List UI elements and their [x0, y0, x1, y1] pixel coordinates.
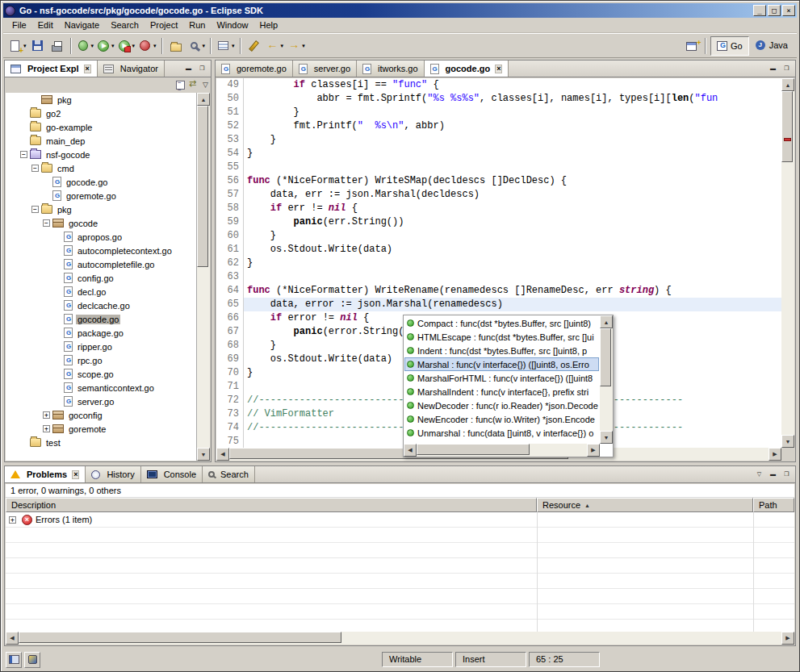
- run-button[interactable]: ▾: [95, 36, 116, 56]
- autocomplete-item-unmarshal[interactable]: Unmarshal : func(data []uint8, v interfa…: [404, 426, 599, 440]
- code-line-59[interactable]: panic(err.String()): [244, 215, 781, 229]
- scroll-left-icon[interactable]: ◀: [404, 444, 417, 457]
- perspective-go-button[interactable]: Go: [710, 36, 749, 56]
- forward-button[interactable]: ▾: [285, 36, 307, 56]
- code-line-52[interactable]: fmt.Printf(" %s\n", abbr): [244, 119, 781, 133]
- tree-item-main-dep[interactable]: main_dep: [6, 134, 196, 148]
- dropdown-arrow-icon[interactable]: ▾: [232, 43, 235, 49]
- tree-item-test[interactable]: test: [6, 436, 196, 449]
- code-line-53[interactable]: }: [244, 133, 781, 147]
- scroll-thumb[interactable]: [781, 91, 793, 162]
- column-header-resource[interactable]: Resource▲: [537, 498, 753, 512]
- view-menu-icon[interactable]: ▽: [753, 470, 765, 480]
- code-line-64[interactable]: func (*NiceFormatter) WriteRename(rename…: [244, 284, 781, 298]
- dropdown-arrow-icon[interactable]: ▾: [91, 43, 94, 49]
- menu-project[interactable]: Project: [145, 19, 183, 31]
- scroll-left-icon[interactable]: ◀: [6, 632, 19, 645]
- tree-item-pkg[interactable]: −pkg: [6, 202, 196, 216]
- column-header-description[interactable]: Description: [6, 498, 537, 512]
- tree-item-autocompletefile-go[interactable]: autocompletefile.go: [6, 257, 196, 271]
- autocomplete-item-indent[interactable]: Indent : func(dst *bytes.Buffer, src []u…: [404, 344, 599, 357]
- annotations-button[interactable]: ▾: [215, 36, 237, 56]
- explorer-tab-navigator[interactable]: Navigator: [98, 61, 165, 77]
- titlebar[interactable]: Go - nsf-gocode/src/pkg/gocode/gocode.go…: [3, 3, 797, 18]
- tree-item-pkg[interactable]: pkg: [6, 93, 196, 106]
- code-line-62[interactable]: }: [244, 257, 781, 270]
- explorer-tab-project-expl[interactable]: Project Expl×: [5, 61, 98, 77]
- collapse-expander-icon[interactable]: −: [31, 206, 39, 213]
- tree-item-declcache-go[interactable]: declcache.go: [6, 298, 196, 312]
- code-line-56[interactable]: func (*NiceFormatter) WriteSMap(decldesc…: [244, 174, 781, 188]
- editor-tab-goremote-go[interactable]: goremote.go: [216, 61, 293, 77]
- tree-item-cmd[interactable]: −cmd: [6, 161, 196, 175]
- tree-item-scope-go[interactable]: scope.go: [6, 367, 196, 381]
- tree-item-gocode[interactable]: −gocode: [6, 216, 196, 230]
- scroll-up-icon[interactable]: ▲: [600, 315, 613, 328]
- dropdown-arrow-icon[interactable]: ▾: [132, 43, 136, 49]
- expand-expander-icon[interactable]: +: [9, 516, 16, 524]
- tree-item-gocode-go[interactable]: gocode.go: [6, 175, 196, 189]
- close-tab-icon[interactable]: ×: [495, 65, 502, 73]
- code-line-57[interactable]: data, err := json.Marshal(decldescs): [244, 188, 781, 202]
- autocomplete-item-marshalforhtml[interactable]: MarshalForHTML : func(v interface{}) ([]…: [404, 371, 599, 385]
- back-button[interactable]: ▾: [264, 36, 286, 56]
- dropdown-arrow-icon[interactable]: ▾: [153, 43, 157, 49]
- scroll-left-icon[interactable]: ◀: [216, 448, 229, 461]
- tree-item-apropos-go[interactable]: apropos.go: [6, 230, 196, 244]
- minimize-button[interactable]: _: [753, 5, 766, 16]
- open-perspective-button[interactable]: [682, 36, 702, 56]
- problems-tab-search[interactable]: Search: [203, 466, 255, 482]
- tree-item-ripper-go[interactable]: ripper.go: [6, 340, 196, 353]
- collapse-all-button[interactable]: [175, 78, 186, 91]
- menu-file[interactable]: File: [6, 19, 32, 31]
- menu-help[interactable]: Help: [254, 19, 284, 31]
- minimize-view-icon[interactable]: ▬: [767, 64, 779, 74]
- scroll-up-icon[interactable]: ▲: [197, 93, 210, 106]
- new-button[interactable]: ▾: [6, 36, 28, 56]
- editor-vertical-scrollbar[interactable]: ▲ ▼: [781, 78, 794, 448]
- code-line-55[interactable]: [244, 161, 781, 174]
- autocomplete-item-marshalindent[interactable]: MarshalIndent : func(v interface{}, pref…: [404, 385, 599, 399]
- maximize-view-icon[interactable]: ❒: [781, 64, 793, 74]
- popup-horizontal-scrollbar[interactable]: ◀ ▶: [404, 444, 600, 457]
- print-button[interactable]: [48, 36, 67, 56]
- scroll-down-icon[interactable]: ▼: [600, 431, 613, 444]
- search-button[interactable]: ▾: [186, 36, 207, 56]
- tree-item-goconfig[interactable]: +goconfig: [6, 408, 196, 422]
- menu-navigate[interactable]: Navigate: [59, 19, 105, 31]
- code-line-49[interactable]: if classes[i] == "func" {: [244, 78, 781, 92]
- explorer-scrollbar[interactable]: ▲ ▼: [197, 93, 210, 461]
- profile-button[interactable]: ▾: [136, 36, 158, 56]
- editor-tab-gocode-go[interactable]: gocode.go×: [425, 61, 509, 77]
- tree-item-config-go[interactable]: config.go: [6, 271, 196, 285]
- scroll-thumb[interactable]: [197, 106, 208, 267]
- popup-vertical-scrollbar[interactable]: ▲ ▼: [600, 315, 613, 444]
- autocomplete-item-compact[interactable]: Compact : func(dst *bytes.Buffer, src []…: [404, 316, 599, 330]
- fast-view-button[interactable]: [6, 652, 22, 668]
- minimize-view-icon[interactable]: ▬: [767, 470, 779, 480]
- collapse-expander-icon[interactable]: −: [20, 151, 27, 158]
- tree-item-goremote[interactable]: +goremote: [6, 422, 196, 436]
- scroll-thumb[interactable]: [600, 328, 611, 386]
- code-line-50[interactable]: abbr = fmt.Sprintf("%s %s%s", classes[i]…: [244, 92, 781, 106]
- scroll-down-icon[interactable]: ▼: [197, 448, 210, 461]
- tree-item-go-example[interactable]: go-example: [6, 120, 196, 134]
- scroll-right-icon[interactable]: ▶: [587, 444, 600, 457]
- scroll-up-icon[interactable]: ▲: [781, 78, 794, 91]
- problems-tab-console[interactable]: Console: [141, 466, 203, 482]
- perspective-java-button[interactable]: Java: [750, 35, 794, 55]
- tree-item-gocode-go[interactable]: gocode.go: [6, 312, 196, 326]
- tree-item-package-go[interactable]: package.go: [6, 326, 196, 340]
- last-edit-button[interactable]: [245, 36, 264, 56]
- editor-tab-server-go[interactable]: server.go: [293, 61, 357, 77]
- dropdown-arrow-icon[interactable]: ▾: [203, 43, 206, 49]
- code-line-65[interactable]: data, error := json.Marshal(renamedescs): [244, 298, 781, 311]
- autocomplete-item-newdecoder[interactable]: NewDecoder : func(r io.Reader) *json.Dec…: [404, 399, 599, 412]
- code-line-51[interactable]: }: [244, 106, 781, 119]
- scroll-right-icon[interactable]: ▶: [781, 632, 794, 645]
- tree-item-decl-go[interactable]: decl.go: [6, 285, 196, 298]
- close-button[interactable]: ×: [782, 5, 795, 16]
- close-tab-icon[interactable]: ×: [72, 470, 79, 479]
- expand-expander-icon[interactable]: +: [43, 425, 50, 432]
- tree-item-server-go[interactable]: server.go: [6, 394, 196, 408]
